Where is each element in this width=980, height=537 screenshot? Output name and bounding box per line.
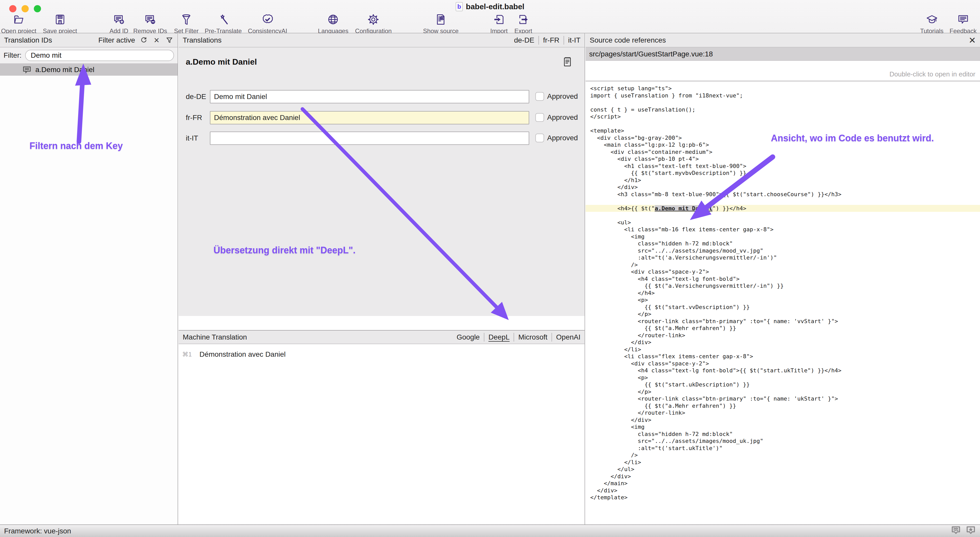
code-line: class="hidden h-72 md:block" xyxy=(585,240,980,247)
tab-separator xyxy=(563,36,564,45)
globe-icon xyxy=(327,13,339,26)
pre-translate-button[interactable]: Pre-Translate xyxy=(205,13,242,35)
open-project-button[interactable]: Open project xyxy=(1,13,36,35)
code-lines: <script setup lang="ts">import { useTran… xyxy=(585,82,980,501)
bubble-plus-icon xyxy=(113,13,125,26)
languages-button[interactable]: Languages xyxy=(318,13,348,35)
code-line xyxy=(585,99,980,106)
save-icon xyxy=(54,13,66,26)
machine-translation-body: ⌘1 Démonstration avec Daniel xyxy=(179,344,585,537)
close-panel-icon[interactable]: ✕ xyxy=(969,36,976,45)
show-source-button[interactable]: Show source xyxy=(423,13,459,35)
sync-bubble-icon[interactable] xyxy=(951,525,961,537)
save-project-button[interactable]: Save project xyxy=(43,13,77,35)
code-line: <h4 class="text-lg font-bold"> xyxy=(585,276,980,283)
approved-label: Approved xyxy=(547,113,578,121)
translation-input-fr[interactable] xyxy=(210,111,529,124)
magic-wand-icon xyxy=(217,13,229,26)
feedback-button[interactable]: Feedback xyxy=(950,13,977,35)
code-line: <li class="mb-16 flex items-center gap-x… xyxy=(585,226,980,233)
folder-open-icon xyxy=(13,13,25,26)
consistency-ai-button[interactable]: ConsistencyAI xyxy=(248,13,287,35)
translation-row-de: de-DE Approved xyxy=(179,90,585,104)
tab-it-IT[interactable]: it-IT xyxy=(568,36,581,45)
code-line xyxy=(585,212,980,219)
translation-ids-panel: Translation IDs Filter active × Filter: … xyxy=(0,33,178,524)
code-line: </div> xyxy=(585,416,980,424)
code-line: /> xyxy=(585,261,980,269)
code-line: {{ $t("start.vvDescription") }} xyxy=(585,304,980,311)
configuration-button[interactable]: Configuration xyxy=(355,13,392,35)
import-button[interactable]: Import xyxy=(490,13,508,35)
code-line: <ul> xyxy=(585,219,980,226)
approved-checkbox-fr[interactable] xyxy=(535,113,544,122)
code-line: {{ $t("start.myvbvDescription") }} xyxy=(585,169,980,177)
code-line: <h4>{{ $t("a.Demo mit Daniel") }}</h4> xyxy=(585,205,980,212)
source-reference-row[interactable]: src/pages/start/GuestStartPage.vue:18 xyxy=(585,48,980,61)
filter-row: Filter: xyxy=(0,48,178,64)
window-controls xyxy=(9,5,41,12)
tab-de-DE[interactable]: de-DE xyxy=(514,36,535,45)
tab-separator xyxy=(552,333,552,342)
approved-checkbox-de[interactable] xyxy=(535,92,544,101)
translation-id-item[interactable]: a.Demo mit Daniel xyxy=(0,64,178,76)
provider-deepl[interactable]: DeepL xyxy=(488,333,510,341)
code-line xyxy=(585,120,980,127)
code-line: {{ $t("a.Versicherungsvermittler/-in") }… xyxy=(585,282,980,290)
filter-input[interactable] xyxy=(25,50,174,61)
code-line: :alt="t('a.Versicherungsvermittler/-in')… xyxy=(585,254,980,261)
tab-separator xyxy=(484,333,484,342)
import-icon xyxy=(493,13,505,26)
code-line: <h3 class="mb-8 text-blue-900">{{ $t("st… xyxy=(585,191,980,198)
tab-fr-FR[interactable]: fr-FR xyxy=(543,36,560,45)
filter-funnel-icon[interactable] xyxy=(165,36,173,45)
source-code-panel: Source code references ✕ src/pages/start… xyxy=(585,33,980,524)
highlighted-translation-key[interactable]: a.Demo mit Daniel xyxy=(655,205,713,212)
code-line: src="../../assets/images/mood_uk.jpg" xyxy=(585,438,980,445)
machine-translation-header: Machine Translation Google DeepL Microso… xyxy=(179,330,585,344)
set-filter-button[interactable]: Set Filter xyxy=(174,13,199,35)
lang-label-fr: fr-FR xyxy=(186,111,207,124)
bubble-minus-icon xyxy=(144,13,156,26)
entry-heading: a.Demo mit Daniel xyxy=(186,57,257,67)
add-id-button[interactable]: Add ID xyxy=(110,13,128,35)
zoom-window-button[interactable] xyxy=(34,5,41,12)
translation-input-it[interactable] xyxy=(210,132,529,145)
approved-label: Approved xyxy=(547,134,578,142)
provider-microsoft[interactable]: Microsoft xyxy=(518,333,547,341)
code-line xyxy=(585,198,980,205)
refresh-icon[interactable] xyxy=(140,36,148,45)
notepad-icon[interactable] xyxy=(563,57,571,68)
clear-filter-icon[interactable]: × xyxy=(153,36,161,45)
tutorials-button[interactable]: Tutorials xyxy=(920,13,943,35)
provider-openai[interactable]: OpenAI xyxy=(556,333,581,341)
code-line: </div> xyxy=(585,339,980,346)
code-line: </li> xyxy=(585,346,980,353)
toolbar: b babel-edit.babel Open project Save pro… xyxy=(0,0,980,33)
code-view[interactable]: <script setup lang="ts">import { useTran… xyxy=(585,82,980,524)
translation-row-it: it-IT Approved xyxy=(179,132,585,145)
code-line: <img xyxy=(585,233,980,240)
close-window-button[interactable] xyxy=(9,5,16,12)
code-line: </router-link> xyxy=(585,409,980,416)
code-line: </router-link> xyxy=(585,332,980,339)
source-code-header: Source code references ✕ xyxy=(585,33,980,48)
comment-icon xyxy=(22,66,31,73)
code-line: </div> xyxy=(585,473,980,480)
translation-input-de[interactable] xyxy=(210,90,529,104)
code-line: <h1 class="text-left text-blue-900"> xyxy=(585,163,980,170)
translation-row-fr: fr-FR Approved xyxy=(179,111,585,124)
code-line: <div class="space-y-2"> xyxy=(585,360,980,367)
status-bar: Framework: vue-json xyxy=(0,524,980,537)
minimize-window-button[interactable] xyxy=(22,5,29,12)
code-line: <router-link class="btn-primary" :to="{ … xyxy=(585,395,980,402)
approved-label: Approved xyxy=(547,92,578,100)
export-button[interactable]: Export xyxy=(514,13,532,35)
mt-suggestion-row[interactable]: ⌘1 Démonstration avec Daniel xyxy=(179,349,585,360)
remove-ids-button[interactable]: Remove IDs xyxy=(133,13,167,35)
star-bubble-icon[interactable] xyxy=(966,525,976,537)
code-line: </div> xyxy=(585,487,980,494)
approved-checkbox-it[interactable] xyxy=(535,134,544,142)
provider-google[interactable]: Google xyxy=(457,333,480,341)
graduation-cap-icon xyxy=(926,13,938,26)
